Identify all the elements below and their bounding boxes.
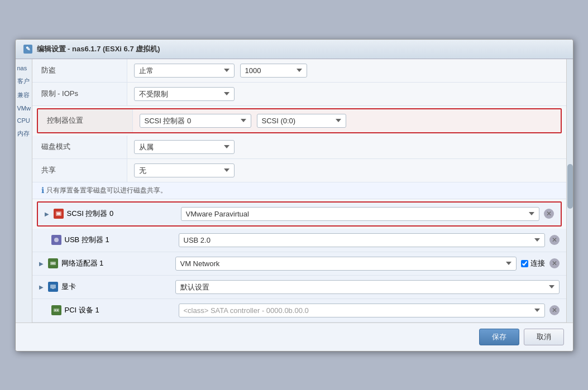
prop-row-disk-mode: 磁盘模式 从属 [32, 136, 566, 159]
prop-label-iops: 限制 - IOPs [32, 83, 127, 105]
prop-value-iops: 不受限制 [127, 83, 566, 105]
svg-rect-7 [54, 309, 59, 312]
dialog-title-icon: ✎ [23, 45, 32, 54]
prop-row-share: 共享 无 [32, 159, 566, 182]
sidebar-item-client[interactable]: 客户 [16, 75, 32, 88]
scrollbar-thumb[interactable] [567, 164, 573, 209]
dialog-title-bar: ✎ 编辑设置 - nas6.1.7 (ESXi 6.7 虚拟机) [16, 40, 573, 59]
prop-label-controller-position: 控制器位置 [38, 109, 133, 132]
device-display-label: 显卡 [48, 282, 171, 292]
device-pci-row: PCI 设备 1 <class> SATA controller - 0000.… [32, 299, 566, 322]
device-net-value: VM Network 连接 ✕ [175, 257, 560, 271]
prop-row-fangdao: 防盗 止常 1000 [32, 59, 566, 83]
prop-row-controller-position: 控制器位置 SCSI 控制器 0 SCSI (0:0) [38, 109, 561, 132]
device-pci-value: <class> SATA controller - 0000.0b.00.0 ✕ [179, 304, 560, 317]
scrollbar-track[interactable] [566, 59, 573, 322]
expand-scsi-btn[interactable]: ▶ [45, 211, 49, 217]
select-controller-slot[interactable]: SCSI (0:0) [257, 114, 346, 128]
select-disk-mode[interactable]: 从属 [134, 140, 235, 154]
device-scsi-wrapper: ▶ SCSI 控制器 0 VMware Paravirtual ✕ [37, 201, 562, 227]
delete-usb-btn[interactable]: ✕ [549, 235, 560, 245]
svg-rect-6 [52, 288, 54, 289]
net-icon [48, 258, 58, 268]
svg-rect-9 [57, 310, 58, 311]
device-scsi-row: ▶ SCSI 控制器 0 VMware Paravirtual ✕ [38, 203, 561, 225]
device-scsi-name: SCSI 控制器 0 [67, 209, 114, 219]
device-net-label: 网络适配器 1 [48, 258, 171, 268]
save-button[interactable]: 保存 [479, 329, 519, 345]
prop-label-disk-mode: 磁盘模式 [32, 136, 127, 158]
select-display-type[interactable]: 默认设置 [175, 280, 560, 294]
info-icon: ℹ [41, 186, 44, 195]
expand-display-btn[interactable]: ▶ [39, 284, 44, 290]
sidebar-item-compat[interactable]: 兼容 [16, 89, 32, 102]
scsi-icon [54, 209, 64, 219]
device-pci-name: PCI 设备 1 [65, 305, 99, 315]
pci-icon [51, 305, 61, 315]
sidebar-item-mem[interactable]: 内存 [16, 127, 32, 140]
net-connect-label[interactable]: 连接 [521, 258, 545, 268]
delete-net-btn[interactable]: ✕ [549, 258, 560, 268]
sidebar-item-cpu[interactable]: CPU [16, 115, 32, 126]
device-scsi-value: VMware Paravirtual ✕ [181, 207, 554, 221]
sidebar-item-nas[interactable]: nas [16, 62, 32, 74]
device-usb-name: USB 控制器 1 [65, 235, 109, 245]
prop-value-fangdao: 止常 1000 [127, 59, 566, 82]
device-pci-label: PCI 设备 1 [51, 305, 174, 315]
dialog-footer: 保存 取消 [16, 322, 573, 351]
prop-row-controller-position-wrapper: 控制器位置 SCSI 控制器 0 SCSI (0:0) [37, 108, 562, 133]
select-iops[interactable]: 不受限制 [134, 87, 235, 101]
prop-label-fangdao: 防盗 [32, 59, 127, 82]
select-pci-type[interactable]: <class> SATA controller - 0000.0b.00.0 [179, 304, 545, 317]
usb-icon [51, 235, 61, 245]
select-usb-type[interactable]: USB 2.0 [179, 233, 545, 247]
device-usb-value: USB 2.0 ✕ [179, 233, 560, 247]
prop-value-controller-position: SCSI 控制器 0 SCSI (0:0) [133, 109, 561, 132]
select-scsi-type[interactable]: VMware Paravirtual [181, 207, 539, 221]
select-share[interactable]: 无 [134, 163, 235, 177]
prop-value-share: 无 [127, 159, 566, 182]
select-net-type[interactable]: VM Network [175, 257, 517, 271]
cancel-button[interactable]: 取消 [524, 329, 564, 345]
device-scsi-label: SCSI 控制器 0 [54, 209, 176, 219]
device-net-row: ▶ 网络适配器 1 VM Network 连接 ✕ [32, 252, 566, 276]
device-usb-label: USB 控制器 1 [51, 235, 174, 245]
prop-row-iops: 限制 - IOPs 不受限制 [32, 83, 566, 106]
display-icon [48, 282, 58, 292]
sidebar: nas 客户 兼容 VMw CPU 内存 [16, 59, 32, 322]
dialog: ✎ 编辑设置 - nas6.1.7 (ESXi 6.7 虚拟机) nas 客户 … [15, 39, 573, 352]
prop-label-share: 共享 [32, 159, 127, 182]
dialog-body: nas 客户 兼容 VMw CPU 内存 防盗 止常 1000 [16, 59, 573, 322]
svg-point-2 [54, 238, 59, 242]
info-text: 只有厚置备置零磁盘可以进行磁盘共享。 [46, 186, 167, 195]
sidebar-item-vmw[interactable]: VMw [16, 103, 32, 114]
delete-pci-btn[interactable]: ✕ [549, 305, 560, 315]
prop-value-disk-mode: 从属 [127, 136, 566, 158]
dialog-title-text: 编辑设置 - nas6.1.7 (ESXi 6.7 虚拟机) [37, 44, 160, 54]
device-display-name: 显卡 [61, 282, 76, 292]
delete-scsi-btn[interactable]: ✕ [544, 209, 554, 219]
expand-net-btn[interactable]: ▶ [39, 261, 44, 267]
select-fangdao-value[interactable]: 1000 [240, 64, 307, 78]
main-content: 防盗 止常 1000 限制 - IOPs 不受限制 [32, 59, 566, 322]
net-connect-text: 连接 [530, 258, 545, 268]
device-usb-row: USB 控制器 1 USB 2.0 ✕ [32, 229, 566, 252]
svg-rect-5 [50, 285, 56, 288]
device-display-row: ▶ 显卡 默认设置 [32, 276, 566, 299]
select-controller-type[interactable]: SCSI 控制器 0 [140, 114, 251, 128]
device-display-value: 默认设置 [175, 280, 560, 294]
info-row: ℹ 只有厚置备置零磁盘可以进行磁盘共享。 [32, 182, 566, 199]
select-fangdao-status[interactable]: 止常 [134, 64, 235, 78]
net-connect-checkbox[interactable] [521, 260, 528, 267]
device-net-name: 网络适配器 1 [61, 258, 104, 268]
svg-rect-1 [57, 213, 60, 215]
svg-rect-8 [55, 310, 56, 311]
